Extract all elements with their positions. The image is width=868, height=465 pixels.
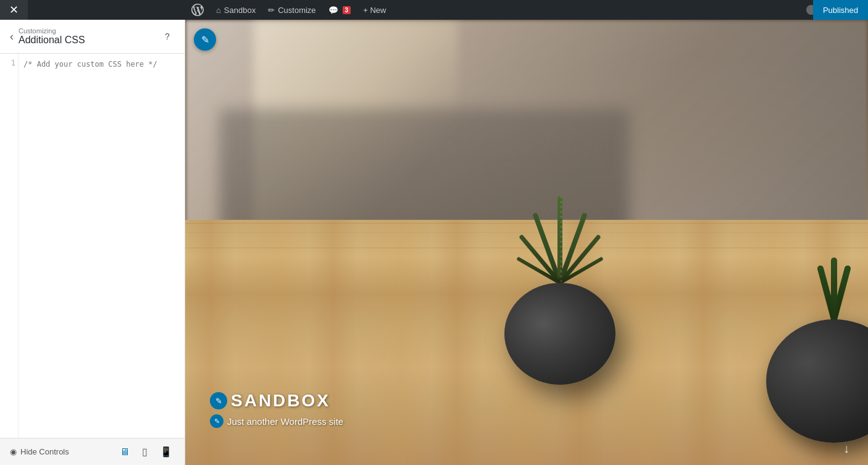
site-name-row: ✎ SANDBOX [210, 391, 343, 411]
back-button[interactable]: ‹ [10, 30, 14, 43]
desktop-icon: 🖥 [120, 446, 130, 458]
back-icon: ‹ [10, 30, 14, 43]
right-plant [766, 319, 868, 443]
hide-controls-label: Hide Controls [20, 447, 69, 456]
mobile-icon: 📱 [160, 446, 172, 458]
comments-count-badge: 3 [343, 6, 351, 14]
pencil-icon: ✎ [201, 34, 209, 46]
section-name: Additional CSS [19, 35, 155, 46]
site-tagline-row: ✎ Just another WordPress site [210, 414, 343, 428]
site-tagline-text: Just another WordPress site [227, 416, 343, 427]
preview-edit-button[interactable]: ✎ [194, 28, 216, 51]
scroll-down-indicator[interactable]: ↓ [843, 442, 849, 456]
new-content-link[interactable]: + New [357, 0, 392, 20]
close-icon: ✕ [9, 3, 19, 17]
line-numbers: 1 [0, 54, 19, 438]
home-icon: ⌂ [216, 6, 221, 15]
sandbox-label: Sandbox [224, 6, 256, 15]
tablet-preview-button[interactable]: ▯ [140, 443, 150, 460]
admin-bar: ✕ Published ⌂ Sandbox ✏ Customize 💬 3 + … [0, 0, 868, 20]
main-plant [504, 283, 616, 385]
site-name-edit-button[interactable]: ✎ [210, 392, 227, 409]
site-name-edit-icon: ✎ [215, 396, 222, 406]
comments-icon: 💬 [328, 6, 338, 15]
close-customizer-button[interactable]: ✕ [0, 0, 28, 20]
hide-controls-icon: ◉ [10, 447, 17, 456]
new-label: + New [363, 6, 386, 15]
customize-link[interactable]: ✏ Customize [262, 0, 322, 20]
customizer-section-title: Customizing Additional CSS [19, 27, 155, 46]
scroll-down-icon: ↓ [843, 442, 849, 455]
tagline-edit-button[interactable]: ✎ [210, 414, 223, 428]
css-code-editor: 1 [0, 54, 185, 438]
customize-icon: ✏ [268, 6, 275, 15]
desktop-preview-button[interactable]: 🖥 [117, 444, 132, 460]
customizer-panel: ‹ Customizing Additional CSS ? 1 ◉ Hide … [0, 20, 185, 465]
main-pot [504, 283, 616, 385]
customizer-footer: ◉ Hide Controls 🖥 ▯ 📱 [0, 438, 185, 465]
customizing-label: Customizing [19, 27, 155, 35]
help-button[interactable]: ? [160, 29, 175, 44]
hero-image: ✎ SANDBOX ✎ Just another WordPress site … [185, 20, 868, 465]
tagline-edit-icon: ✎ [214, 417, 220, 425]
preview-area: ✎ [185, 20, 868, 465]
customize-label: Customize [278, 6, 315, 15]
mobile-preview-button[interactable]: 📱 [157, 443, 175, 460]
published-button[interactable]: Published [813, 0, 868, 20]
site-title-overlay: ✎ SANDBOX ✎ Just another WordPress site [210, 391, 343, 428]
help-icon: ? [165, 31, 170, 41]
wp-logo-icon [191, 4, 204, 16]
right-pot [766, 319, 868, 443]
tablet-icon: ▯ [142, 446, 148, 458]
customizer-title-row: ‹ Customizing Additional CSS ? [0, 20, 185, 54]
site-name-text: SANDBOX [231, 391, 330, 411]
comments-link[interactable]: 💬 3 [322, 0, 357, 20]
line-number-1: 1 [11, 59, 15, 67]
css-textarea[interactable] [19, 54, 185, 438]
hide-controls-button[interactable]: ◉ Hide Controls [10, 447, 69, 456]
wp-logo-link[interactable] [185, 0, 210, 20]
sandbox-site-link[interactable]: ⌂ Sandbox [210, 0, 262, 20]
